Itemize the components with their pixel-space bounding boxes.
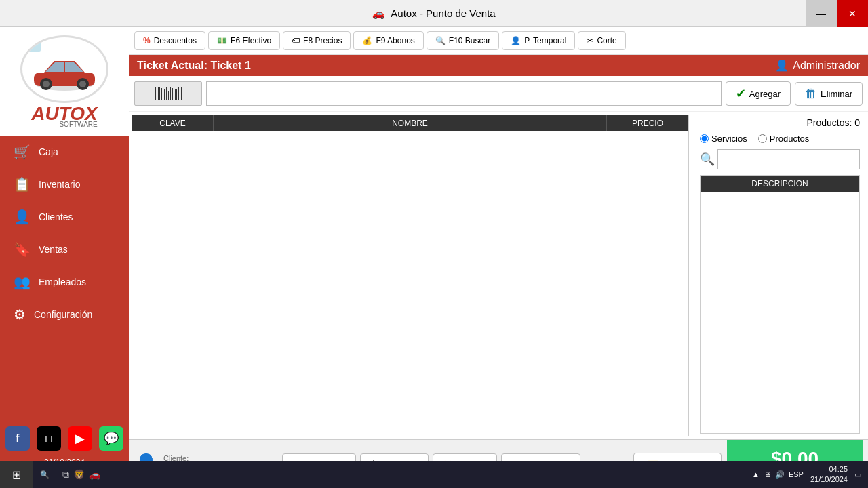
- description-table: DESCRIPCION: [700, 175, 860, 434]
- right-search-input[interactable]: [717, 149, 860, 169]
- taskbar-search[interactable]: 🔍: [33, 461, 57, 488]
- svg-point-7: [43, 81, 50, 87]
- corte-button[interactable]: ✂ Corte: [578, 31, 625, 50]
- taskbar-apps: ⧉ 🦁 🚗: [57, 469, 106, 481]
- youtube-link[interactable]: ▶: [68, 426, 92, 451]
- desc-header: DESCRIPCION: [701, 176, 859, 192]
- sidebar-item-ventas[interactable]: 🔖 Ventas: [0, 233, 129, 266]
- productos-radio[interactable]: Productos: [758, 134, 810, 144]
- product-input[interactable]: [206, 81, 722, 106]
- settings-icon: ⚙: [14, 306, 26, 323]
- percent-icon: %: [143, 36, 151, 45]
- app-title: Autox - Punto de Venta: [391, 7, 495, 19]
- sidebar-logo: AUTOX SOFTWARE: [0, 27, 129, 136]
- buscar-button[interactable]: 🔍 F10 Buscar: [427, 31, 499, 50]
- eliminar-button[interactable]: 🗑 Eliminar: [795, 82, 863, 106]
- taskbar-app-icon-3[interactable]: 🚗: [89, 469, 100, 480]
- admin-info: 👤 Administrador: [775, 59, 860, 72]
- titlebar: 🚗 Autox - Punto de Venta — ✕: [0, 0, 868, 27]
- input-row: ✔ Agregar 🗑 Eliminar: [129, 76, 868, 112]
- taskbar-desktop-icon[interactable]: ▭: [854, 470, 861, 479]
- tiktok-link[interactable]: TT: [37, 426, 61, 451]
- col-clave-header: CLAVE: [132, 115, 214, 131]
- sidebar-item-caja[interactable]: 🛒 Caja: [0, 136, 129, 168]
- taskbar-app-icon-1[interactable]: ⧉: [62, 469, 69, 481]
- cart-icon: 🛒: [14, 144, 31, 160]
- right-panel: Productos: 0 Servicios Productos 🔍: [692, 112, 868, 439]
- table-header: CLAVE NOMBRE PRECIO: [132, 115, 688, 131]
- col-nombre-header: NOMBRE: [214, 115, 607, 131]
- payment-icon: 💰: [362, 36, 372, 45]
- sales-icon: 🔖: [14, 241, 31, 258]
- trash-icon: 🗑: [805, 87, 817, 101]
- col-precio-header: PRECIO: [607, 115, 688, 131]
- taskbar-app-icon-2[interactable]: 🦁: [73, 469, 85, 480]
- efectivo-button[interactable]: 💵 F6 Efectivo: [208, 31, 280, 50]
- admin-icon: 👤: [775, 59, 789, 72]
- sidebar-item-clientes[interactable]: 👤 Clientes: [0, 201, 129, 233]
- taskbar: ⊞ 🔍 ⧉ 🦁 🚗 ▲ 🖥 🔊 ESP 04:25 21/10/2024 ▭: [0, 461, 868, 488]
- svg-marker-4: [45, 62, 64, 72]
- sidebar-item-inventario[interactable]: 📋 Inventario: [0, 168, 129, 201]
- taskbar-date: 21/10/2024: [810, 474, 848, 485]
- svg-point-9: [79, 81, 86, 87]
- right-search-row: 🔍: [694, 146, 865, 172]
- abonos-button[interactable]: 💰 F9 Abonos: [353, 31, 423, 50]
- start-button[interactable]: ⊞: [0, 461, 33, 488]
- sidebar: AUTOX SOFTWARE 🛒 Caja 📋 Inventario 👤 Cli…: [0, 27, 129, 488]
- right-search-icon: 🔍: [700, 152, 715, 167]
- car-icon: 🚗: [372, 7, 385, 20]
- svg-marker-5: [65, 62, 83, 72]
- products-table: CLAVE NOMBRE PRECIO: [132, 115, 689, 436]
- ticket-header: Ticket Actual: Ticket 1 👤 Administrador: [129, 55, 868, 76]
- taskbar-right: ▲ 🖥 🔊 ESP 04:25 21/10/2024 ▭: [752, 464, 868, 485]
- price-icon: 🏷: [292, 36, 300, 45]
- inventory-icon: 📋: [14, 176, 31, 192]
- user-icon: 👤: [511, 36, 521, 45]
- close-button[interactable]: ✕: [837, 0, 868, 27]
- window-controls: — ✕: [806, 0, 868, 27]
- tray-volume-icon: 🔊: [775, 470, 785, 479]
- content-area: % Descuentos 💵 F6 Efectivo 🏷 F8 Precios …: [129, 27, 868, 488]
- minimize-button[interactable]: —: [806, 0, 837, 27]
- whatsapp-link[interactable]: 💬: [99, 426, 123, 451]
- tray-arrow-icon: ▲: [752, 470, 760, 479]
- servicios-radio[interactable]: Servicios: [700, 134, 747, 144]
- titlebar-title: 🚗 Autox - Punto de Venta: [372, 7, 495, 20]
- main-area: CLAVE NOMBRE PRECIO Productos: 0 Servici…: [129, 112, 868, 439]
- admin-label: Administrador: [793, 60, 860, 72]
- check-icon: ✔: [736, 86, 746, 101]
- social-links: f TT ▶ 💬: [0, 420, 130, 458]
- logo-circle: [20, 35, 108, 103]
- type-selector: Servicios Productos: [694, 131, 865, 146]
- taskbar-time: 04:25: [810, 464, 848, 474]
- svg-rect-3: [27, 42, 41, 52]
- tray-lang: ESP: [789, 470, 804, 479]
- desc-body: [701, 192, 859, 327]
- employees-icon: 👥: [14, 274, 31, 290]
- tray-network-icon: 🖥: [764, 470, 771, 479]
- search-icon: 🔍: [435, 36, 446, 45]
- system-tray: ▲ 🖥 🔊 ESP: [752, 470, 804, 479]
- main-container: AUTOX SOFTWARE 🛒 Caja 📋 Inventario 👤 Cli…: [0, 27, 868, 488]
- sidebar-item-configuracion[interactable]: ⚙ Configuración: [0, 298, 129, 331]
- toolbar: % Descuentos 💵 F6 Efectivo 🏷 F8 Precios …: [129, 27, 868, 55]
- barcode-visual: [152, 85, 185, 102]
- products-count: Productos: 0: [694, 115, 865, 131]
- cash-icon: 💵: [217, 36, 227, 45]
- ticket-title: Ticket Actual: Ticket 1: [137, 60, 251, 72]
- descuentos-button[interactable]: % Descuentos: [134, 31, 205, 50]
- taskbar-search-icon: 🔍: [40, 470, 50, 479]
- sidebar-nav: 🛒 Caja 📋 Inventario 👤 Clientes 🔖 Ventas …: [0, 136, 129, 420]
- precios-button[interactable]: 🏷 F8 Precios: [283, 31, 351, 50]
- taskbar-clock: 04:25 21/10/2024: [810, 464, 848, 485]
- scissors-icon: ✂: [587, 36, 593, 45]
- barcode-scanner: [134, 81, 202, 106]
- agregar-button[interactable]: ✔ Agregar: [726, 81, 791, 106]
- clients-icon: 👤: [14, 209, 31, 225]
- sidebar-item-empleados[interactable]: 👥 Empleados: [0, 266, 129, 298]
- facebook-link[interactable]: f: [5, 426, 30, 451]
- table-body: [132, 131, 688, 436]
- temporal-button[interactable]: 👤 P. Temporal: [502, 31, 575, 50]
